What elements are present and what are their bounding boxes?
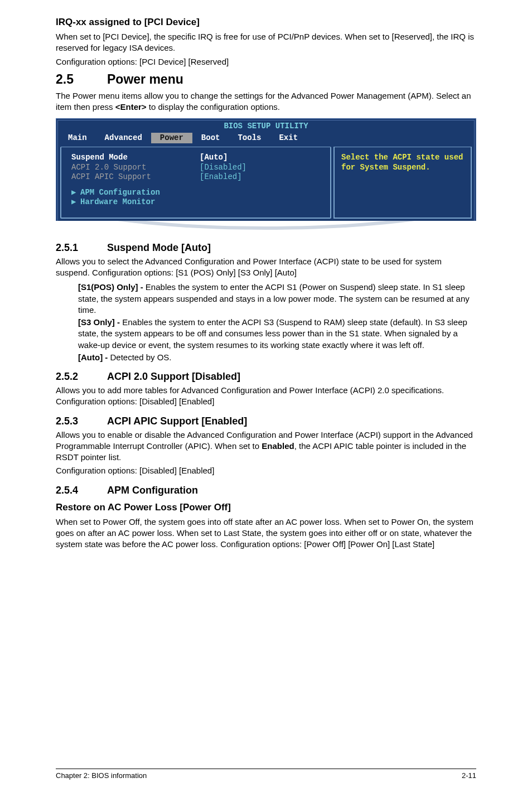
bios-value-apic: [Enabled]	[200, 172, 242, 182]
section-title-text: Power menu	[107, 72, 183, 86]
para-irq-1: When set to [PCI Device], the specific I…	[56, 31, 476, 54]
para-2-5-intro: The Power menu items allow you to change…	[56, 90, 476, 113]
bios-tab-tools[interactable]: Tools	[229, 133, 270, 144]
para-2-5-3a: Allows you to enable or disable the Adva…	[56, 429, 476, 463]
bios-value-suspend: [Auto]	[200, 153, 228, 163]
heading-2-5-2: 2.5.2ACPI 2.0 Support [Disabled]	[56, 371, 476, 383]
bios-tab-bar: Main Advanced Power Boot Tools Exit	[58, 131, 474, 145]
bios-screenshot: BIOS SETUP UTILITY Main Advanced Power B…	[56, 118, 476, 232]
triangle-right-icon: ▶	[71, 188, 80, 198]
bios-help-pane: Select the ACPI state used for System Su…	[333, 147, 472, 219]
bios-row-suspend[interactable]: Suspend Mode [Auto]	[71, 153, 320, 163]
heading-2-5-1: 2.5.1Suspend Mode [Auto]	[56, 242, 476, 254]
heading-2-5-3: 2.5.3ACPI APIC Support [Enabled]	[56, 416, 476, 427]
bios-sub-apm[interactable]: ▶APM Configuration	[71, 188, 320, 198]
bios-label-acpi20: ACPI 2.0 Support	[71, 163, 200, 173]
para-2-5-2: Allows you to add more tables for Advanc…	[56, 385, 476, 408]
bios-sub-hw[interactable]: ▶Hardware Monitor	[71, 197, 320, 207]
triangle-right-icon: ▶	[71, 197, 80, 207]
para-restore: When set to Power Off, the system goes i…	[56, 516, 476, 550]
bios-tab-exit[interactable]: Exit	[270, 133, 307, 144]
bios-label-apic: ACPI APIC Support	[71, 172, 200, 182]
heading-2-5: 2.5Power menu	[56, 72, 476, 87]
bios-tab-boot[interactable]: Boot	[192, 133, 229, 144]
para-2-5-1: Allows you to select the Advanced Config…	[56, 256, 476, 279]
bios-row-apic[interactable]: ACPI APIC Support [Enabled]	[71, 172, 320, 182]
bios-tab-main[interactable]: Main	[59, 133, 96, 144]
heading-restore: Restore on AC Power Loss [Power Off]	[56, 502, 476, 513]
section-number: 2.5	[56, 72, 107, 87]
footer-right: 2-11	[462, 771, 476, 780]
bios-value-acpi20: [Disabled]	[200, 163, 246, 173]
heading-irq: IRQ-xx assigned to [PCI Device]	[56, 17, 476, 28]
para-2-5-3b: Configuration options: [Disabled] [Enabl…	[56, 465, 476, 476]
bios-left-pane: Suspend Mode [Auto] ACPI 2.0 Support [Di…	[60, 147, 331, 219]
bios-title: BIOS SETUP UTILITY	[58, 122, 474, 132]
bios-tab-advanced[interactable]: Advanced	[96, 133, 151, 144]
page-footer: Chapter 2: BIOS information 2-11	[56, 769, 476, 780]
bios-curve-decoration	[56, 221, 476, 232]
heading-2-5-4: 2.5.4APM Configuration	[56, 485, 476, 496]
bios-tab-power[interactable]: Power	[151, 133, 192, 144]
bios-row-acpi20[interactable]: ACPI 2.0 Support [Disabled]	[71, 163, 320, 173]
footer-left: Chapter 2: BIOS information	[56, 771, 147, 780]
indent-block-251: [S1(POS) Only] - Enables the system to e…	[78, 282, 476, 363]
bios-label-suspend: Suspend Mode	[71, 153, 200, 163]
para-irq-2: Configuration options: [PCI Device] [Res…	[56, 56, 476, 67]
